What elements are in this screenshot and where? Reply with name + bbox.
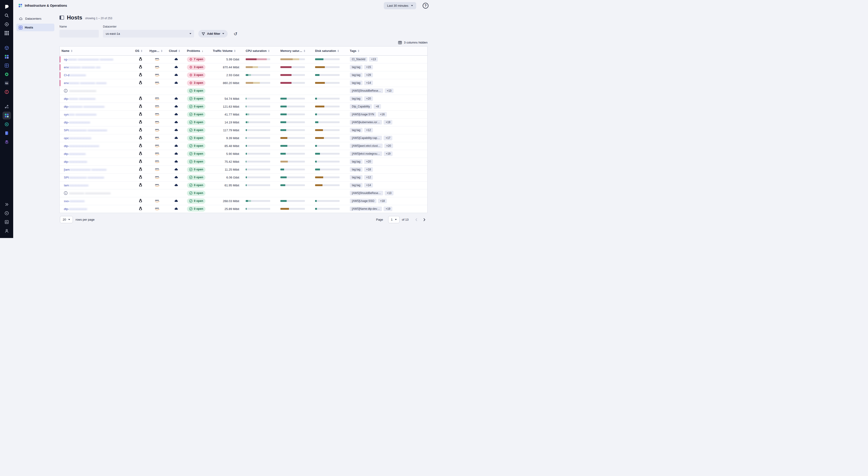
columns-hidden-button[interactable]: 3 columns hidden <box>398 41 428 44</box>
problems-badge[interactable]: 3 open <box>187 65 206 70</box>
table-row[interactable]: dtp-xxxxxxxxxxxxxx aws <box>60 118 427 126</box>
tag-chip[interactable]: tag:tag <box>350 183 363 187</box>
problems-badge[interactable]: 0 open <box>187 112 206 117</box>
problems-badge[interactable]: 0 open <box>187 159 206 165</box>
expand-rail-icon[interactable] <box>3 201 11 208</box>
host-name-link[interactable]: synxxxx xxxxxxxxxxxxxx <box>64 113 96 116</box>
column-header-traffic-volume[interactable]: Traffic Volume <box>211 47 244 55</box>
problems-badge[interactable]: 0 open <box>187 190 206 196</box>
host-name-link[interactable]: dtp-xxxxxxxxxxxx <box>64 160 87 163</box>
problems-badge[interactable]: 7 open <box>187 57 206 62</box>
tag-count-chip[interactable]: +20 <box>364 159 373 164</box>
tag-count-chip[interactable]: +20 <box>384 144 393 148</box>
tag-count-chip[interactable]: +18 <box>378 199 387 203</box>
tag-count-chip[interactable]: +19 <box>383 120 392 124</box>
column-header-name[interactable]: Name <box>60 47 133 55</box>
table-row[interactable]: envxxxxxxxx xxxxxxxxx xxx aws <box>60 63 427 71</box>
table-row[interactable]: dtp-xxxxxxxxxxxxxxxxxxxx aws <box>60 142 427 150</box>
tag-chip[interactable]: [AWS]Capability:cap… <box>350 136 382 140</box>
rows-per-page-select[interactable]: 20 <box>60 216 73 223</box>
host-name-link[interactable]: Iamxxxxxxxxxxxxx <box>64 184 88 187</box>
tag-chip[interactable]: tag:tag <box>350 96 363 101</box>
datacenter-select[interactable]: us-east-1a <box>103 30 194 37</box>
app-icon-notebooks[interactable] <box>3 129 11 137</box>
name-filter-input[interactable] <box>59 30 99 37</box>
help-ring-icon[interactable] <box>3 209 11 217</box>
table-row[interactable]: envxxxxxxx xxxxxxxxxx xxxxxxx aws <box>60 79 427 87</box>
app-icon-smartscape[interactable] <box>3 44 11 52</box>
app-icon-infrastructure-operations[interactable] <box>3 112 11 119</box>
problems-badge[interactable]: 0 open <box>187 143 206 149</box>
panel-toggle-icon[interactable] <box>59 16 64 20</box>
host-name-link[interactable]: SPIxxxxxxxxxxxx xxxxxxxxxxxxx <box>64 128 107 132</box>
table-row[interactable]: sso-xxxxxxxxxx aws <box>60 197 427 205</box>
tag-count-chip[interactable]: +12 <box>364 175 373 180</box>
previous-page-button[interactable] <box>414 217 419 222</box>
column-header-problems[interactable]: Problems↓ <box>185 47 211 55</box>
tag-count-chip[interactable]: +13 <box>385 88 394 93</box>
tag-chip[interactable]: tag:tag <box>350 81 363 85</box>
time-range-selector[interactable]: Last 30 minutes <box>384 2 416 9</box>
tag-count-chip[interactable]: +29 <box>364 73 373 77</box>
tag-count-chip[interactable]: +15 <box>364 65 373 69</box>
app-icon-teal-ring[interactable] <box>3 120 11 128</box>
table-row[interactable]: Cl-dxxxxxxxxxxx aws <box>60 71 427 79</box>
table-row[interactable]: SPIxxxxxxxxxxxx xxxxxxxxxxxxx aws <box>60 126 427 134</box>
dynatrace-logo[interactable] <box>3 3 11 11</box>
host-name-link[interactable]: opcxxxxxxxxxxxxxxx <box>64 137 91 140</box>
table-row[interactable]: dtp-xxxxxxxxxxxx aws <box>60 205 427 213</box>
tag-chip[interactable]: [AWS]Usage:SYN <box>350 112 376 117</box>
table-row[interactable]: sg-xxxxxx xxxxxxxxxxxxxx xxxxxxxxx aws <box>60 55 427 63</box>
table-row[interactable]: SPIxxxxxxxxxxxx xxxxxxxxxxx aws <box>60 173 427 181</box>
problems-badge[interactable]: 0 open <box>187 88 206 93</box>
tag-count-chip[interactable]: +13 <box>385 191 394 196</box>
column-header-memory-satur-[interactable]: Memory satur… <box>279 47 313 55</box>
host-name-link[interactable]: dtp-xxxxxxxxxxxxxx <box>64 121 90 124</box>
tag-chip[interactable]: [AWS]eks\:nodegrou… <box>350 151 382 156</box>
host-name-link[interactable]: dtp-xxxxxxxxx xxxxxxxxxxxxxx <box>64 105 104 108</box>
column-header-tags[interactable]: Tags <box>348 47 427 55</box>
app-icon-extensions[interactable] <box>3 62 11 69</box>
tag-count-chip[interactable]: +19 <box>383 207 392 211</box>
problems-badge[interactable]: 0 open <box>187 183 206 188</box>
problems-badge[interactable]: 0 open <box>187 120 206 125</box>
tag-chip[interactable]: tag:tag <box>350 128 363 132</box>
host-name-link[interactable]: xxxxxxxxxxxxxxxxxx <box>69 89 96 93</box>
column-header-hype-[interactable]: Hype… <box>148 47 167 55</box>
host-name-link[interactable]: dtp-xxxxxxxxxxxx <box>64 207 87 211</box>
user-icon[interactable] <box>3 227 11 235</box>
reset-filters-icon[interactable]: ↺ <box>234 31 237 37</box>
problems-badge[interactable]: 0 open <box>187 127 206 133</box>
tag-chip[interactable]: tag:tag <box>350 65 363 69</box>
problems-badge[interactable]: 0 open <box>187 104 206 109</box>
help-button[interactable]: ? <box>423 3 429 8</box>
problems-badge[interactable]: 0 open <box>187 175 206 180</box>
tag-count-chip[interactable]: +12 <box>364 128 373 132</box>
host-name-link[interactable]: envxxxxxxxx xxxxxxxxx xxx <box>64 65 100 69</box>
tag-chip[interactable]: tag:tag <box>350 159 363 164</box>
table-row[interactable]: opcxxxxxxxxxxxxxxx aws <box>60 134 427 142</box>
table-row[interactable]: dtp-xxxxxxxxx xxxxxxxxxxxxxx aws <box>60 102 427 111</box>
column-header-os[interactable]: OS <box>133 47 148 55</box>
column-header-disk-saturation[interactable]: Disk saturation <box>313 47 348 55</box>
host-name-link[interactable]: SPIxxxxxxxxxxxx xxxxxxxxxxx <box>64 176 104 179</box>
next-page-button[interactable] <box>422 217 427 222</box>
tag-count-chip[interactable]: +18 <box>364 167 373 172</box>
problems-badge[interactable]: 0 open <box>187 167 206 172</box>
problems-badge[interactable]: 0 open <box>187 136 206 141</box>
tag-chip[interactable]: [AWS]kubernetes.io/… <box>350 120 382 124</box>
tag-count-chip[interactable]: +14 <box>364 183 373 187</box>
problems-badge[interactable]: 3 open <box>187 80 206 86</box>
host-name-link[interactable]: dtp-xxxxxxxxxxx <box>64 152 86 156</box>
app-icon-topology[interactable] <box>3 103 11 111</box>
host-name-link[interactable]: envxxxxxxx xxxxxxxxxx xxxxxxx <box>64 81 106 85</box>
host-name-link[interactable]: xxxxxxxxxx xxxxxxxxxxxxxxxxx <box>69 191 111 195</box>
metrics-icon[interactable] <box>3 218 11 226</box>
host-name-link[interactable]: dtp-xxxxxxxxxxxxxxxxxxxx <box>64 144 99 148</box>
problems-badge[interactable]: 0 open <box>187 199 206 204</box>
host-name-link[interactable]: sso-xxxxxxxxxx <box>64 199 85 203</box>
sidebar-item-hosts[interactable]: Hosts <box>17 24 54 31</box>
table-row[interactable]: xxxxxxxxxxxxxxxxxx aws <box>60 87 427 95</box>
tag-chip[interactable]: tag:tag <box>350 167 363 172</box>
sidebar-item-datacenters[interactable]: Datacenters <box>17 15 54 23</box>
